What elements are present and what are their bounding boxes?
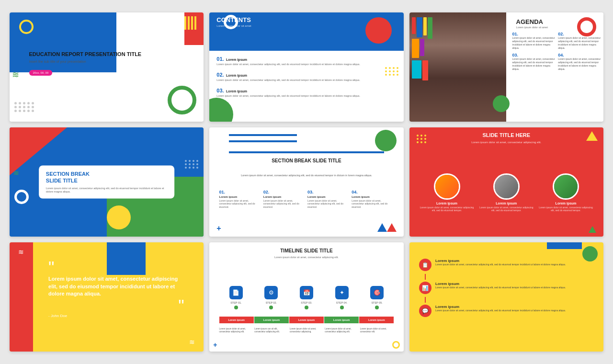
agenda-item-3: 03. Lorem ipsum dolor sit amet, consecte… (512, 53, 555, 71)
slide-1: ≋ EDUCATION REPORT PRESENTATION TITLE In… (10, 12, 204, 122)
person-3: Lorem ipsum Lorem ipsum dolor sit amet, … (538, 173, 593, 212)
card-title: SECTION BREAKSLIDE TITLE (46, 171, 168, 184)
icon: 📄 (232, 289, 239, 296)
slide-5: SECTION BREAK SLIDE TITLE Lorem ipsum do… (209, 127, 403, 237)
agenda-title: AGENDA (516, 18, 543, 25)
green-zigzag: ≋ (12, 69, 19, 80)
green-circle-outline (168, 86, 196, 114)
step-icon: 📄 (229, 286, 243, 299)
contents-item-3: 03. Lorem ipsum Lorem ipsum dolor sit am… (216, 86, 396, 98)
item-text: Lorem ipsum dolor sit amet, consectetur … (216, 63, 396, 66)
step-4: ✦ STEP 04. (325, 286, 359, 310)
icon: 📅 (303, 289, 310, 296)
agenda-item-4: 04. Lorem ipsum dolor sit amet, consecte… (558, 53, 601, 71)
pill-4: Lorem ipsum (324, 317, 359, 323)
bookshelf-photo (409, 12, 507, 122)
circle-icon (392, 341, 400, 349)
item-title: Lorem ipsum (226, 58, 247, 61)
step-icon: ⚙ (264, 286, 278, 299)
contents-item-1: 01. Lorem ipsum Lorem ipsum dolor sit am… (216, 54, 396, 66)
item-text: Lorem ipsum dolor sit amet, consectetur … (558, 36, 601, 50)
item-number: 03. (216, 88, 224, 93)
info-items: 📋 Lorem ipsum Lorem ipsum dolor sit amet… (419, 259, 594, 317)
icon: ✦ (340, 289, 344, 296)
white-circle-outline (14, 190, 29, 204)
section-item-2: 02. Lorem ipsum Lorem ipsum dolor sit am… (263, 190, 306, 209)
step-desc-4: Lorem ipsum dolor sit amet, consectetur … (325, 328, 359, 333)
section-title: SECTION BREAK SLIDE TITLE (209, 158, 403, 163)
zigzag-icon-2: ≋ (189, 338, 195, 346)
item-icon-2: 📊 (419, 282, 431, 294)
white-dots (185, 160, 199, 169)
step-desc-3: Lorem ipsum dolor sit amet, consectetur … (290, 328, 324, 333)
quote-content: " Lorem ipsum dolor sit amet, consectetu… (48, 259, 184, 318)
step-label: STEP 04. (325, 301, 359, 304)
step-dot (269, 306, 273, 309)
section-subtitle: Lorem ipsum dolor sit amet, consectetur … (238, 173, 375, 177)
icon-symbol: 📊 (422, 285, 429, 291)
item-content-1: Lorem ipsum Lorem ipsum dolor sit amet, … (435, 259, 566, 266)
item-label: Lorem ipsum (307, 195, 350, 198)
person-1: Lorem ipsum Lorem ipsum dolor sit amet, … (419, 173, 475, 212)
step-desc-5: Lorem ipsum dolor sit amet, consectetur … (360, 328, 394, 333)
step-descriptions: Lorem ipsum dolor sit amet, consectetur … (219, 328, 394, 333)
step-label: STEP 01. (219, 301, 253, 304)
item-content-2: Lorem ipsum Lorem ipsum dolor sit amet, … (435, 282, 566, 289)
red-rectangle (10, 242, 33, 352)
item-icon-1: 📋 (419, 259, 431, 271)
green-zigzag: ≋ (13, 169, 19, 177)
slide-2: CONTENTS Lorem ipsum dolor sit amet 01. … (209, 12, 403, 122)
white-circle (103, 99, 122, 118)
slide1-button[interactable]: 20xx, 00, 00 (29, 70, 53, 76)
pill-2: Lorem ipsum (254, 317, 289, 323)
section-item-1: 01. Lorem ipsum Lorem ipsum dolor sit am… (219, 190, 261, 209)
slide-subtitle: Lorem ipsum dolor sit amet, consectetur … (409, 141, 603, 144)
photo-grid: Lorem ipsum Lorem ipsum dolor sit amet, … (419, 173, 594, 212)
plus-icon: + (216, 224, 221, 233)
step-label: STEP 02. (254, 301, 288, 304)
item-num: 03. (512, 53, 555, 57)
contents-items: 01. Lorem ipsum Lorem ipsum dolor sit am… (216, 54, 396, 102)
timeline-steps: 📄 STEP 01. ⚙ STEP 02. 📅 STEP 03. ✦ STEP … (219, 286, 394, 310)
item-num: 01. (512, 32, 555, 36)
info-item-2: 📊 Lorem ipsum Lorem ipsum dolor sit amet… (419, 282, 594, 294)
timeline-title: TIMELINE SLIDE TITLE (209, 248, 403, 253)
yellow-lines (184, 16, 196, 30)
blue-bar-3 (229, 134, 297, 136)
pill-5: Lorem ipsum (359, 317, 394, 323)
person-text: Lorem ipsum dolor sit amet, consectetur … (419, 206, 475, 212)
slide-4: ≋ SECTION BREAKSLIDE TITLE Lorem ipsum d… (10, 127, 204, 237)
pill-3: Lorem ipsum (289, 317, 324, 323)
step-dot (234, 306, 238, 309)
slide-3: AGENDA Lorem ipsum dolor sit amet 01. Lo… (409, 12, 603, 122)
agenda-item-2: 02. Lorem ipsum dolor sit amet, consecte… (558, 32, 601, 50)
contents-item-2: 02. Lorem ipsum Lorem ipsum dolor sit am… (216, 70, 396, 82)
item-text: Lorem ipsum dolor sit amet, consectetur … (512, 57, 555, 71)
person-text: Lorem ipsum dolor sit amet, consectetur … (478, 206, 534, 212)
item-text: Lorem ipsum dolor sit amet, consectetur … (435, 309, 566, 312)
step-icon: 🎯 (370, 286, 384, 299)
item-num: 03. (307, 190, 350, 194)
person-photo-1 (434, 173, 460, 200)
quote-author: - John Doe (48, 314, 184, 318)
item-title: Lorem ipsum (435, 282, 566, 286)
section-items: 01. Lorem ipsum Lorem ipsum dolor sit am… (219, 190, 394, 209)
green-circle (375, 130, 397, 151)
step-2: ⚙ STEP 02. (254, 286, 288, 310)
item-label: Lorem ipsum (219, 195, 261, 198)
section-item-3: 03. Lorem ipsum Lorem ipsum dolor sit am… (307, 190, 350, 209)
person-label: Lorem ipsum (419, 202, 475, 205)
item-content-3: Lorem ipsum Lorem ipsum dolor sit amet, … (435, 305, 566, 312)
person-text: Lorem ipsum dolor sit amet, consectetur … (538, 206, 593, 212)
item-label: Lorem ipsum (352, 195, 394, 198)
quote-open: " (48, 259, 184, 275)
item-num: 04. (558, 53, 601, 57)
card-text: Lorem ipsum dolor sit amet, consectetur … (46, 186, 168, 193)
step-icon: ✦ (335, 286, 349, 299)
item-text: Lorem ipsum dolor sit amet, consectetur … (352, 199, 394, 209)
item-title: Lorem ipsum (435, 259, 566, 263)
section-break-card: SECTION BREAKSLIDE TITLE Lorem ipsum dol… (39, 166, 175, 199)
dot-pattern (14, 102, 34, 112)
quote-text: Lorem ipsum dolor sit amet, consectetur … (48, 275, 184, 297)
item-number: 02. (216, 72, 224, 78)
